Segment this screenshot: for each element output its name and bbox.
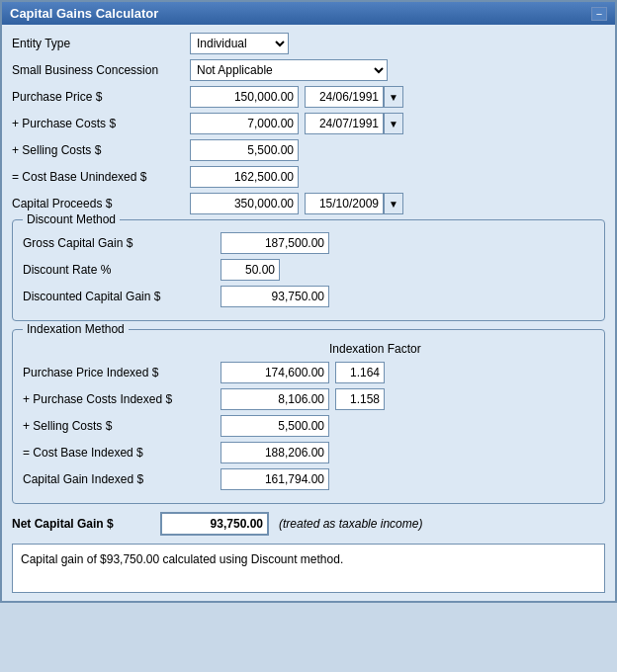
purchase-price-indexed-label: Purchase Price Indexed $	[23, 366, 220, 379]
purchase-costs-factor-input[interactable]	[335, 388, 385, 410]
cost-base-indexed-row: = Cost Base Indexed $	[23, 442, 594, 463]
purchase-costs-calendar-button[interactable]: ▼	[384, 113, 403, 134]
cost-base-indexed-input[interactable]	[220, 442, 329, 463]
selling-costs-row: + Selling Costs $	[12, 139, 605, 161]
purchase-costs-input[interactable]	[190, 113, 299, 134]
entity-type-row: Entity Type Individual Company Trust Par…	[12, 33, 605, 54]
discount-method-content: Gross Capital Gain $ Discount Rate % Dis…	[23, 232, 594, 307]
net-capital-gain-label: Net Capital Gain $	[12, 517, 160, 531]
discount-rate-row: Discount Rate %	[23, 259, 594, 281]
indexation-method-content: Indexation Factor Purchase Price Indexed…	[23, 342, 594, 490]
discount-rate-input[interactable]	[220, 259, 280, 281]
capital-proceeds-input[interactable]	[190, 193, 299, 214]
purchase-price-calendar-button[interactable]: ▼	[384, 86, 403, 108]
window-title: Capital Gains Calculator	[10, 6, 158, 21]
purchase-costs-indexed-row: + Purchase Costs Indexed $	[23, 388, 594, 410]
discount-rate-label: Discount Rate %	[23, 263, 220, 277]
net-capital-gain-note: (treated as taxable income)	[279, 517, 422, 531]
indexation-method-section: Indexation Method Indexation Factor Purc…	[12, 329, 605, 504]
gross-gain-row: Gross Capital Gain $	[23, 232, 594, 254]
purchase-price-factor-input[interactable]	[335, 362, 385, 383]
content-area: Entity Type Individual Company Trust Par…	[2, 25, 615, 601]
purchase-price-indexed-row: Purchase Price Indexed $	[23, 362, 594, 383]
capital-proceeds-calendar-button[interactable]: ▼	[384, 193, 403, 214]
small-business-row: Small Business Concession Not Applicable…	[12, 59, 605, 81]
small-business-select[interactable]: Not Applicable Applicable	[190, 59, 388, 81]
title-bar: Capital Gains Calculator −	[2, 2, 615, 25]
indexation-method-title: Indexation Method	[23, 322, 129, 336]
cost-base-input[interactable]	[190, 166, 299, 188]
capital-proceeds-row: Capital Proceeds $ ▼	[12, 193, 605, 214]
idx-selling-costs-label: + Selling Costs $	[23, 419, 220, 433]
purchase-price-indexed-input[interactable]	[220, 362, 329, 383]
capital-gain-indexed-row: Capital Gain Indexed $	[23, 468, 594, 490]
purchase-price-input[interactable]	[190, 86, 299, 108]
selling-costs-input[interactable]	[190, 139, 299, 161]
purchase-price-label: Purchase Price $	[12, 90, 190, 104]
discounted-gain-label: Discounted Capital Gain $	[23, 290, 220, 303]
purchase-costs-indexed-label: + Purchase Costs Indexed $	[23, 392, 220, 406]
gross-gain-input[interactable]	[220, 232, 329, 254]
purchase-price-date-group: ▼	[305, 86, 403, 108]
cost-base-row: = Cost Base Unindexed $	[12, 166, 605, 188]
gross-gain-label: Gross Capital Gain $	[23, 236, 220, 250]
discounted-gain-row: Discounted Capital Gain $	[23, 286, 594, 307]
selling-costs-label: + Selling Costs $	[12, 143, 190, 157]
main-window: Capital Gains Calculator − Entity Type I…	[0, 0, 617, 603]
capital-proceeds-label: Capital Proceeds $	[12, 197, 190, 210]
close-button[interactable]: −	[591, 7, 607, 21]
purchase-costs-row: + Purchase Costs $ ▼	[12, 113, 605, 134]
cost-base-label: = Cost Base Unindexed $	[12, 170, 190, 184]
purchase-costs-date-input[interactable]	[305, 113, 384, 134]
purchase-costs-indexed-input[interactable]	[220, 388, 329, 410]
capital-gain-indexed-label: Capital Gain Indexed $	[23, 472, 220, 486]
capital-proceeds-date-group: ▼	[305, 193, 403, 214]
idx-selling-costs-row: + Selling Costs $	[23, 415, 594, 437]
cost-base-indexed-label: = Cost Base Indexed $	[23, 446, 220, 460]
small-business-label: Small Business Concession	[12, 63, 190, 77]
net-capital-gain-input[interactable]	[160, 512, 269, 536]
summary-text: Capital gain of $93,750.00 calculated us…	[21, 552, 343, 566]
net-capital-gain-row: Net Capital Gain $ (treated as taxable i…	[12, 512, 605, 536]
indexation-factor-header-row: Indexation Factor	[23, 342, 594, 356]
discount-method-section: Discount Method Gross Capital Gain $ Dis…	[12, 219, 605, 321]
purchase-price-date-input[interactable]	[305, 86, 384, 108]
capital-proceeds-date-input[interactable]	[305, 193, 384, 214]
summary-box: Capital gain of $93,750.00 calculated us…	[12, 544, 605, 593]
entity-type-label: Entity Type	[12, 37, 190, 50]
discount-method-title: Discount Method	[23, 212, 120, 226]
indexation-factor-label: Indexation Factor	[329, 342, 421, 356]
idx-selling-costs-input[interactable]	[220, 415, 329, 437]
purchase-price-row: Purchase Price $ ▼	[12, 86, 605, 108]
capital-gain-indexed-input[interactable]	[220, 468, 329, 490]
purchase-costs-label: + Purchase Costs $	[12, 117, 190, 130]
entity-type-select[interactable]: Individual Company Trust Partnership	[190, 33, 289, 54]
purchase-costs-date-group: ▼	[305, 113, 403, 134]
discounted-gain-input[interactable]	[220, 286, 329, 307]
